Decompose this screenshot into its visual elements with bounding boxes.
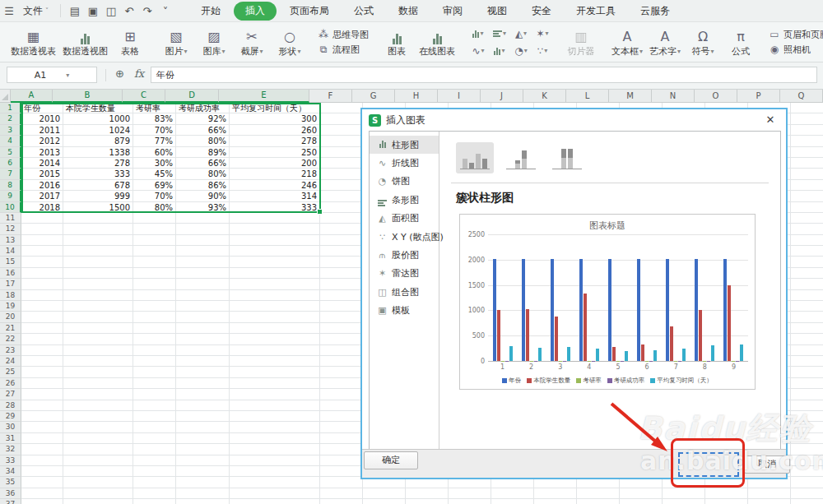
ribbon-公式[interactable]: π公式: [723, 25, 759, 58]
cell-Q34[interactable]: [791, 466, 823, 477]
cell-B14[interactable]: [63, 246, 133, 257]
cell-D31[interactable]: [176, 433, 230, 444]
cell-F26[interactable]: [320, 378, 363, 389]
tab-数据[interactable]: 数据: [387, 2, 430, 21]
cell-Q20[interactable]: [791, 312, 823, 322]
cell-E2[interactable]: 300: [230, 113, 320, 124]
cell-C20[interactable]: [133, 312, 176, 322]
cell-B13[interactable]: [63, 235, 133, 246]
chart-type-饼图[interactable]: ◔饼图: [370, 173, 439, 191]
cell-E12[interactable]: [230, 224, 320, 234]
column-header-N[interactable]: N: [652, 90, 695, 103]
cell-D5[interactable]: 89%: [176, 147, 230, 158]
tab-开始[interactable]: 开始: [189, 2, 232, 21]
cell-O37[interactable]: [705, 499, 748, 504]
cell-A32[interactable]: [21, 444, 63, 455]
cell-Q9[interactable]: [791, 191, 823, 201]
cell-B36[interactable]: [63, 488, 133, 499]
cell-Q29[interactable]: [791, 411, 823, 422]
row-header-20[interactable]: 20: [0, 312, 21, 322]
cell-D8[interactable]: 86%: [176, 180, 230, 191]
cell-D20[interactable]: [176, 312, 230, 322]
cell-E26[interactable]: [230, 378, 320, 389]
cell-E15[interactable]: [230, 257, 320, 267]
cell-C35[interactable]: [133, 477, 176, 488]
cell-E24[interactable]: [230, 356, 320, 367]
cell-B16[interactable]: [63, 268, 133, 279]
cell-D37[interactable]: [176, 499, 230, 504]
cell-E31[interactable]: [230, 433, 320, 444]
cell-D17[interactable]: [176, 279, 230, 289]
cell-Q18[interactable]: [791, 290, 823, 301]
cell-B12[interactable]: [63, 224, 133, 234]
cell-B8[interactable]: 678: [63, 180, 133, 191]
cell-H36[interactable]: [406, 488, 449, 499]
ribbon-流程图[interactable]: ⧉流程图: [318, 44, 369, 56]
ribbon-histogram-chart[interactable]: ▾: [489, 42, 510, 59]
cell-K36[interactable]: [534, 488, 577, 499]
cell-C14[interactable]: [133, 246, 176, 257]
cell-B35[interactable]: [63, 477, 133, 488]
cell-P37[interactable]: [748, 499, 791, 504]
cell-A3[interactable]: 2011: [21, 125, 63, 136]
row-header-37[interactable]: 37: [0, 499, 21, 504]
cell-A7[interactable]: 2015: [21, 169, 63, 179]
cell-D15[interactable]: [176, 257, 230, 267]
column-header-C[interactable]: C: [123, 90, 165, 103]
cell-Q22[interactable]: [791, 334, 823, 344]
cell-A17[interactable]: [21, 279, 63, 289]
cell-F10[interactable]: [320, 202, 363, 213]
column-header-D[interactable]: D: [165, 90, 219, 103]
cell-C4[interactable]: 77%: [133, 136, 176, 146]
cell-C7[interactable]: 45%: [133, 169, 176, 179]
cell-C24[interactable]: [133, 356, 176, 367]
cell-C28[interactable]: [133, 400, 176, 411]
cell-B27[interactable]: [63, 389, 133, 400]
cell-B37[interactable]: [63, 499, 133, 504]
cell-F6[interactable]: [320, 158, 363, 169]
cell-B33[interactable]: [63, 455, 133, 466]
cell-Q26[interactable]: [791, 378, 823, 389]
cell-F36[interactable]: [320, 488, 363, 499]
row-header-7[interactable]: 7: [0, 169, 21, 179]
cell-B9[interactable]: 999: [63, 191, 133, 201]
ribbon-在线图表[interactable]: 在线图表: [416, 25, 458, 58]
cell-C27[interactable]: [133, 389, 176, 400]
ribbon-line-chart[interactable]: ∿▾: [467, 42, 489, 59]
tab-公式[interactable]: 公式: [342, 2, 385, 21]
cell-E9[interactable]: 314: [230, 191, 320, 201]
cell-F23[interactable]: [320, 345, 363, 356]
cell-A16[interactable]: [21, 268, 63, 279]
chart-type-组合图[interactable]: ◫组合图: [370, 283, 439, 301]
cell-A18[interactable]: [21, 290, 63, 301]
cell-Q14[interactable]: [791, 246, 823, 257]
cell-F9[interactable]: [320, 191, 363, 201]
cell-J37[interactable]: [491, 499, 534, 504]
cell-E5[interactable]: 250: [230, 147, 320, 158]
row-header-11[interactable]: 11: [0, 213, 21, 224]
cell-D21[interactable]: [176, 323, 230, 334]
tab-视图[interactable]: 视图: [476, 2, 518, 21]
cell-E4[interactable]: 278: [230, 136, 320, 146]
cell-E8[interactable]: 246: [230, 180, 320, 191]
cell-F29[interactable]: [320, 411, 363, 422]
cell-Q32[interactable]: [791, 444, 823, 455]
cell-F24[interactable]: [320, 356, 363, 367]
cell-A20[interactable]: [21, 312, 63, 322]
more-commands-icon[interactable]: ˅: [156, 5, 174, 17]
cell-C18[interactable]: [133, 290, 176, 301]
ribbon-radar-chart[interactable]: ✶▾: [532, 25, 553, 42]
row-header-32[interactable]: 32: [0, 444, 21, 455]
cell-M37[interactable]: [620, 499, 663, 504]
cell-E19[interactable]: [230, 301, 320, 312]
cell-F13[interactable]: [320, 235, 363, 246]
cell-B3[interactable]: 1024: [63, 125, 133, 136]
row-header-14[interactable]: 14: [0, 246, 21, 257]
cell-F22[interactable]: [320, 334, 363, 344]
cell-E7[interactable]: 218: [230, 169, 320, 179]
cell-I36[interactable]: [449, 488, 491, 499]
row-header-23[interactable]: 23: [0, 345, 21, 356]
row-header-30[interactable]: 30: [0, 422, 21, 432]
cell-F4[interactable]: [320, 136, 363, 146]
cell-H37[interactable]: [406, 499, 449, 504]
